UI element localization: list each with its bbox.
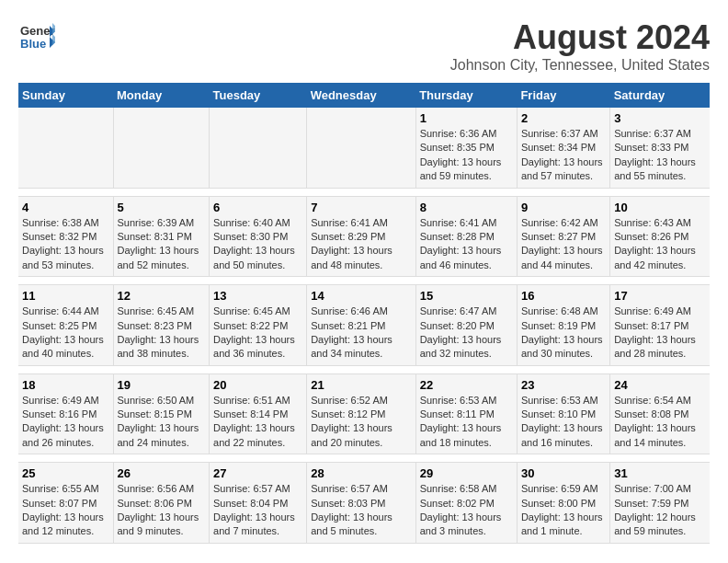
calendar-week-row: 11Sunrise: 6:44 AMSunset: 8:25 PMDayligh… [18,285,710,366]
calendar-cell: 22Sunrise: 6:53 AMSunset: 8:11 PMDayligh… [415,373,517,454]
day-number: 31 [614,466,706,480]
day-info: Sunrise: 6:49 AMSunset: 8:17 PMDaylight:… [614,304,706,362]
subtitle: Johnson City, Tennessee, United States [450,57,710,74]
day-number: 9 [521,201,606,214]
day-info: Sunrise: 6:53 AMSunset: 8:11 PMDaylight:… [420,394,513,451]
day-info: Sunrise: 6:43 AMSunset: 8:26 PMDaylight:… [614,216,706,273]
day-info: Sunrise: 6:37 AMSunset: 8:34 PMDaylight:… [521,127,606,184]
day-number: 14 [311,289,412,303]
calendar-cell: 13Sunrise: 6:45 AMSunset: 8:22 PMDayligh… [210,285,307,366]
day-number: 17 [614,289,706,303]
day-info: Sunrise: 6:55 AMSunset: 8:07 PMDaylight:… [22,482,109,539]
day-info: Sunrise: 6:37 AMSunset: 8:33 PMDaylight:… [614,127,706,184]
calendar-cell: 27Sunrise: 6:57 AMSunset: 8:04 PMDayligh… [210,463,307,544]
day-info: Sunrise: 7:00 AMSunset: 7:59 PMDaylight:… [614,482,706,539]
day-info: Sunrise: 6:38 AMSunset: 8:32 PMDaylight:… [22,216,109,273]
day-info: Sunrise: 6:58 AMSunset: 8:02 PMDaylight:… [420,482,513,539]
day-number: 3 [614,111,706,125]
header-sunday: Sunday [18,83,113,108]
day-number: 2 [521,111,606,125]
calendar-cell: 28Sunrise: 6:57 AMSunset: 8:03 PMDayligh… [307,463,416,544]
day-number: 27 [213,466,302,480]
day-info: Sunrise: 6:49 AMSunset: 8:16 PMDaylight:… [22,394,109,451]
calendar-cell: 10Sunrise: 6:43 AMSunset: 8:26 PMDayligh… [610,196,710,277]
row-separator [18,454,710,463]
day-number: 13 [213,289,302,303]
calendar-week-row: 1Sunrise: 6:36 AMSunset: 8:35 PMDaylight… [18,108,710,188]
day-info: Sunrise: 6:48 AMSunset: 8:19 PMDaylight:… [521,304,606,362]
day-info: Sunrise: 6:53 AMSunset: 8:10 PMDaylight:… [521,394,606,451]
day-number: 12 [118,289,206,303]
day-info: Sunrise: 6:47 AMSunset: 8:20 PMDaylight:… [420,304,513,362]
day-number: 6 [213,201,302,214]
day-number: 29 [420,466,513,480]
row-separator [18,277,710,285]
calendar-cell: 2Sunrise: 6:37 AMSunset: 8:34 PMDaylight… [517,108,609,188]
day-info: Sunrise: 6:56 AMSunset: 8:06 PMDaylight:… [118,482,206,539]
header-thursday: Thursday [415,83,517,108]
day-number: 23 [521,378,606,392]
day-number: 8 [420,201,513,214]
day-info: Sunrise: 6:59 AMSunset: 8:00 PMDaylight:… [521,482,606,539]
day-number: 10 [614,201,706,214]
day-info: Sunrise: 6:57 AMSunset: 8:04 PMDaylight:… [213,482,302,539]
day-info: Sunrise: 6:46 AMSunset: 8:21 PMDaylight:… [311,304,412,362]
calendar-cell: 29Sunrise: 6:58 AMSunset: 8:02 PMDayligh… [415,463,517,544]
calendar-cell: 17Sunrise: 6:49 AMSunset: 8:17 PMDayligh… [610,285,710,366]
calendar-cell: 6Sunrise: 6:40 AMSunset: 8:30 PMDaylight… [210,196,307,277]
row-separator [18,188,710,196]
row-separator [18,365,710,373]
calendar-cell: 16Sunrise: 6:48 AMSunset: 8:19 PMDayligh… [517,285,609,366]
calendar-week-row: 4Sunrise: 6:38 AMSunset: 8:32 PMDaylight… [18,196,710,277]
calendar-cell: 3Sunrise: 6:37 AMSunset: 8:33 PMDaylight… [610,108,710,188]
header-tuesday: Tuesday [210,83,307,108]
day-info: Sunrise: 6:52 AMSunset: 8:12 PMDaylight:… [311,394,412,451]
day-info: Sunrise: 6:50 AMSunset: 8:15 PMDaylight:… [118,394,206,451]
header: General Blue August 2024 Johnson City, T… [18,18,710,74]
day-number: 22 [420,378,513,392]
day-info: Sunrise: 6:45 AMSunset: 8:23 PMDaylight:… [118,304,206,362]
calendar-cell: 9Sunrise: 6:42 AMSunset: 8:27 PMDaylight… [517,196,609,277]
day-number: 21 [311,378,412,392]
calendar-week-row: 18Sunrise: 6:49 AMSunset: 8:16 PMDayligh… [18,373,710,454]
svg-text:Blue: Blue [20,37,46,51]
day-info: Sunrise: 6:40 AMSunset: 8:30 PMDaylight:… [213,216,302,273]
day-info: Sunrise: 6:42 AMSunset: 8:27 PMDaylight:… [521,216,606,273]
day-number: 26 [118,466,206,480]
logo-mark: General Blue [18,18,55,59]
title-area: August 2024 Johnson City, Tennessee, Uni… [450,18,710,74]
day-number: 18 [22,378,109,392]
calendar-cell: 21Sunrise: 6:52 AMSunset: 8:12 PMDayligh… [307,373,416,454]
calendar-cell [113,108,210,188]
day-number: 16 [521,289,606,303]
header-monday: Monday [113,83,210,108]
header-saturday: Saturday [610,83,710,108]
day-number: 28 [311,466,412,480]
day-number: 25 [22,466,109,480]
calendar-cell: 8Sunrise: 6:41 AMSunset: 8:28 PMDaylight… [415,196,517,277]
header-friday: Friday [517,83,609,108]
calendar-cell: 20Sunrise: 6:51 AMSunset: 8:14 PMDayligh… [210,373,307,454]
calendar-cell: 15Sunrise: 6:47 AMSunset: 8:20 PMDayligh… [415,285,517,366]
day-number: 4 [22,201,109,214]
main-title: August 2024 [450,18,710,57]
calendar-week-row: 25Sunrise: 6:55 AMSunset: 8:07 PMDayligh… [18,463,710,544]
day-info: Sunrise: 6:54 AMSunset: 8:08 PMDaylight:… [614,394,706,451]
calendar-cell [18,108,113,188]
day-number: 11 [22,289,109,303]
day-number: 19 [118,378,206,392]
day-number: 5 [118,201,206,214]
calendar-cell: 30Sunrise: 6:59 AMSunset: 8:00 PMDayligh… [517,463,609,544]
calendar-cell: 18Sunrise: 6:49 AMSunset: 8:16 PMDayligh… [18,373,113,454]
calendar-cell [307,108,416,188]
calendar-cell: 19Sunrise: 6:50 AMSunset: 8:15 PMDayligh… [113,373,210,454]
day-info: Sunrise: 6:39 AMSunset: 8:31 PMDaylight:… [118,216,206,273]
calendar-cell: 7Sunrise: 6:41 AMSunset: 8:29 PMDaylight… [307,196,416,277]
calendar-cell: 23Sunrise: 6:53 AMSunset: 8:10 PMDayligh… [517,373,609,454]
day-number: 1 [420,111,513,125]
day-info: Sunrise: 6:41 AMSunset: 8:28 PMDaylight:… [420,216,513,273]
calendar-cell: 4Sunrise: 6:38 AMSunset: 8:32 PMDaylight… [18,196,113,277]
day-number: 20 [213,378,302,392]
calendar-header-row: Sunday Monday Tuesday Wednesday Thursday… [18,83,710,108]
calendar-cell: 14Sunrise: 6:46 AMSunset: 8:21 PMDayligh… [307,285,416,366]
